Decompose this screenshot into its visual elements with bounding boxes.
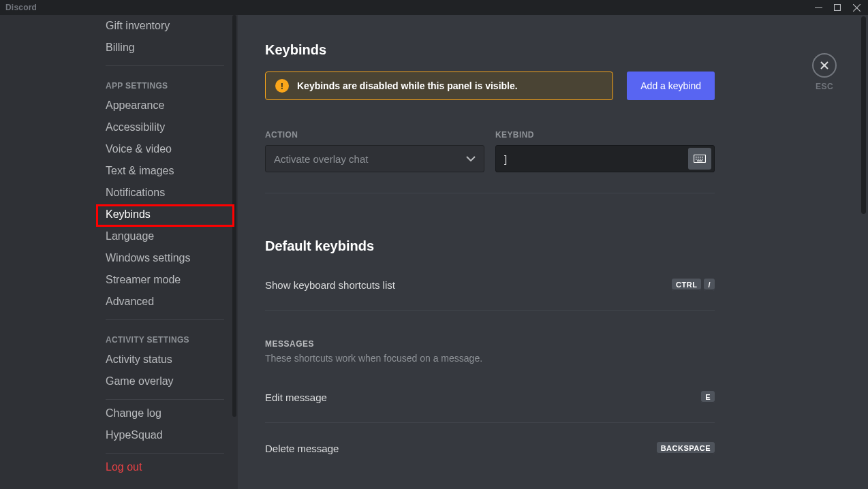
keybind-row-edit-message: Edit message E (265, 391, 715, 423)
sidebar-item-voice-video[interactable]: Voice & video (106, 138, 224, 160)
close-icon (819, 60, 830, 71)
keybind-row-keys: BACKSPACE (657, 442, 715, 454)
messages-section-header: MESSAGES (265, 339, 715, 349)
app-brand: Discord (5, 3, 37, 12)
keybind-row-label: Show keyboard shortcuts list (265, 279, 395, 291)
key-cap: CTRL (672, 279, 701, 291)
content-scroll-thumb[interactable] (861, 16, 866, 214)
divider (106, 453, 224, 454)
close-settings-button[interactable] (812, 53, 837, 78)
svg-rect-9 (696, 159, 697, 160)
svg-rect-6 (698, 157, 699, 158)
titlebar: Discord (0, 0, 868, 15)
keybind-input[interactable]: ] (495, 145, 715, 172)
keybind-row-delete-message: Delete message BACKSPACE (265, 442, 715, 454)
add-keybind-button[interactable]: Add a keybind (627, 72, 715, 100)
svg-rect-5 (696, 157, 697, 158)
sidebar-item-activity-status[interactable]: Activity status (106, 349, 224, 370)
sidebar-item-language[interactable]: Language (106, 225, 224, 247)
svg-rect-11 (700, 159, 701, 160)
sidebar-item-accessibility[interactable]: Accessibility (106, 116, 224, 138)
keybind-column-label: KEYBIND (495, 130, 715, 140)
sidebar-header-app-settings: APP SETTINGS (106, 69, 224, 95)
window-close-button[interactable] (847, 0, 866, 15)
divider (106, 399, 224, 400)
sidebar-item-change-log[interactable]: Change log (106, 403, 224, 424)
window-minimize-button[interactable] (809, 0, 828, 15)
sidebar-item-advanced[interactable]: Advanced (106, 291, 224, 313)
settings-content: Keybinds ! Keybinds are disabled while t… (238, 15, 868, 489)
notice-text: Keybinds are disabled while this panel i… (297, 80, 518, 91)
svg-rect-7 (700, 157, 701, 158)
page-title: Keybinds (265, 42, 715, 58)
svg-rect-12 (702, 159, 703, 160)
window-maximize-button[interactable] (828, 0, 847, 15)
close-settings-label: ESC (816, 82, 833, 91)
default-keybinds-title: Default keybinds (265, 238, 715, 254)
sidebar-item-appearance[interactable]: Appearance (106, 95, 224, 116)
sidebar-item-hypesquad[interactable]: HypeSquad (106, 424, 224, 446)
key-cap: BACKSPACE (657, 442, 715, 454)
keyboard-icon[interactable] (688, 148, 711, 170)
chevron-down-icon (466, 154, 476, 163)
divider (106, 65, 224, 66)
messages-section-desc: These shortcuts work when focused on a m… (265, 353, 715, 364)
key-cap: E (701, 391, 715, 403)
keybind-value: ] (504, 153, 507, 165)
notice-banner: ! Keybinds are disabled while this panel… (265, 72, 613, 100)
key-cap: / (704, 279, 715, 291)
action-select[interactable]: Activate overlay chat (265, 145, 484, 172)
action-select-value: Activate overlay chat (274, 153, 368, 165)
sidebar-item-streamer-mode[interactable]: Streamer mode (106, 269, 224, 291)
sidebar-header-activity-settings: ACTIVITY SETTINGS (106, 323, 224, 349)
action-column-label: ACTION (265, 130, 484, 140)
sidebar-item-windows-settings[interactable]: Windows settings (106, 247, 224, 269)
svg-rect-8 (702, 157, 703, 158)
divider (265, 193, 715, 193)
sidebar-item-notifications[interactable]: Notifications (106, 182, 224, 204)
svg-rect-10 (698, 159, 699, 160)
warning-icon: ! (275, 79, 289, 93)
keybind-row-show-shortcuts: Show keyboard shortcuts list CTRL / (265, 279, 715, 311)
svg-rect-13 (697, 161, 702, 162)
sidebar-item-text-images[interactable]: Text & images (106, 160, 224, 182)
sidebar-item-billing[interactable]: Billing (106, 37, 224, 59)
sidebar-item-gift-inventory[interactable]: Gift inventory (106, 15, 224, 37)
keybind-row-keys: E (701, 391, 715, 403)
keybind-row-label: Delete message (265, 443, 339, 454)
sidebar-item-keybinds[interactable]: Keybinds (106, 204, 224, 225)
keybind-row-label: Edit message (265, 392, 327, 403)
keybind-row-keys: CTRL / (672, 279, 715, 291)
sidebar-item-game-overlay[interactable]: Game overlay (106, 370, 224, 392)
sidebar-item-logout[interactable]: Log out (106, 456, 224, 478)
divider (106, 319, 224, 320)
svg-rect-1 (835, 5, 841, 11)
settings-sidebar: Gift inventory Billing APP SETTINGS Appe… (0, 15, 238, 489)
sidebar-scroll-thumb[interactable] (232, 15, 236, 417)
